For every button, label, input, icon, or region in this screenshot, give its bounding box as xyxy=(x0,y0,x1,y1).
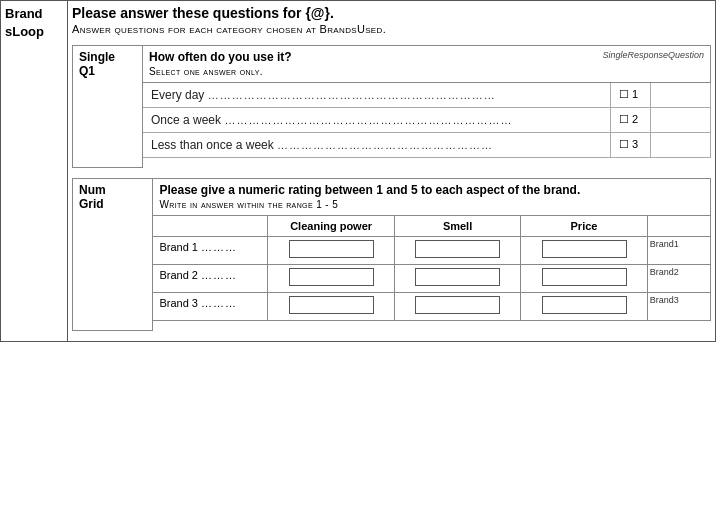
num-grid-header: Please give a numeric rating between 1 a… xyxy=(153,179,711,216)
brand-name-1: Brand 1 ……… xyxy=(153,237,268,265)
outer-table: Brand sLoop Please answer these question… xyxy=(0,0,716,342)
checkbox-2[interactable]: ☐ 2 xyxy=(611,108,651,133)
grid-row-3: Brand 3 ……… Brand3 xyxy=(73,293,711,321)
grid-input-2-2[interactable] xyxy=(394,265,520,293)
checkbox-1[interactable]: ☐ 1 xyxy=(611,83,651,108)
single-q-label: Single Q1 xyxy=(73,46,143,168)
checkbox-3[interactable]: ☐ 3 xyxy=(611,133,651,158)
grid-col-empty xyxy=(153,216,268,237)
option-text-3: Less than once a week ……………………………………………… xyxy=(143,133,611,158)
spacer-1 xyxy=(73,158,711,168)
col-header-1: Cleaning power xyxy=(268,216,394,237)
brand-name-2: Brand 2 ……… xyxy=(153,265,268,293)
option-row-1: Every day ……………………………………………………………… ☐ 1 xyxy=(73,83,711,108)
option-text-2: Once a week ……………………………………………………………… xyxy=(143,108,611,133)
single-q-section: Single Q1 How often do you use it? Singl… xyxy=(72,45,711,168)
grid-row-1: Brand 1 ……… Brand1 xyxy=(73,237,711,265)
grid-input-2-1[interactable] xyxy=(268,265,394,293)
grid-input-1-1[interactable] xyxy=(268,237,394,265)
num-grid-label: Num Grid xyxy=(73,179,153,331)
grid-col-headers: Cleaning power Smell Price xyxy=(73,216,711,237)
brand-label: Brand sLoop xyxy=(1,1,68,342)
spacer-2 xyxy=(73,321,711,331)
main-title: Please answer these questions for {@}. xyxy=(72,5,711,21)
brand-name-3: Brand 3 ……… xyxy=(153,293,268,321)
grid-input-3-3[interactable] xyxy=(521,293,647,321)
option-right-1 xyxy=(651,83,711,108)
grid-input-3-2[interactable] xyxy=(394,293,520,321)
grid-side-2: Brand2 xyxy=(647,265,710,293)
grid-input-3-1[interactable] xyxy=(268,293,394,321)
col-header-3: Price xyxy=(521,216,647,237)
main-subtitle: Answer questions for each category chose… xyxy=(72,23,711,35)
grid-input-1-3[interactable] xyxy=(521,237,647,265)
single-q-header: How often do you use it? SingleResponseQ… xyxy=(143,46,711,83)
grid-row-2: Brand 2 ……… Brand2 xyxy=(73,265,711,293)
grid-input-1-2[interactable] xyxy=(394,237,520,265)
grid-input-2-3[interactable] xyxy=(521,265,647,293)
grid-side-3: Brand3 xyxy=(647,293,710,321)
option-right-3 xyxy=(651,133,711,158)
option-row-2: Once a week ……………………………………………………………… ☐ 2 xyxy=(73,108,711,133)
option-row-3: Less than once a week ………………………………………………… xyxy=(73,133,711,158)
col-header-side xyxy=(647,216,710,237)
option-right-2 xyxy=(651,108,711,133)
option-text-1: Every day ……………………………………………………………… xyxy=(143,83,611,108)
col-header-2: Smell xyxy=(394,216,520,237)
num-grid-section: Num Grid Please give a numeric rating be… xyxy=(72,178,711,331)
main-header: Please answer these questions for {@}. A… xyxy=(68,1,716,342)
grid-side-1: Brand1 xyxy=(647,237,710,265)
